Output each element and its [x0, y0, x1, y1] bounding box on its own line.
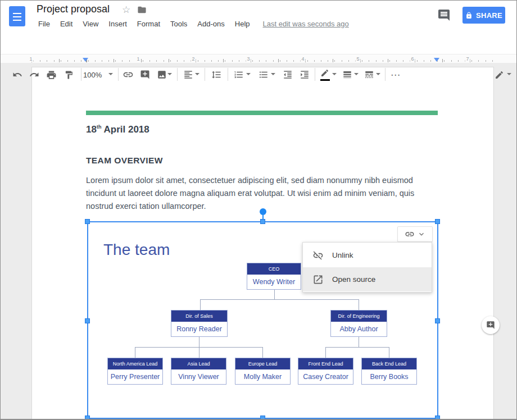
- org-role: North America Lead: [108, 358, 162, 369]
- toolbar-separator: [385, 68, 386, 81]
- unlink-icon: [312, 250, 324, 261]
- body-paragraph[interactable]: Lorem ipsum dolor sit amet, consectetuer…: [86, 174, 421, 213]
- undo-button[interactable]: [10, 67, 25, 82]
- menu-tools[interactable]: Tools: [165, 19, 192, 29]
- right-indent-marker[interactable]: [434, 58, 439, 62]
- increase-indent-button[interactable]: [297, 67, 312, 82]
- zoom-caret-icon[interactable]: [108, 73, 113, 75]
- section-heading[interactable]: TEAM OVERVIEW: [86, 156, 163, 166]
- align-button[interactable]: [181, 67, 196, 82]
- resize-handle-bottom-middle[interactable]: [260, 416, 265, 420]
- ruler-number: 4: [300, 56, 305, 62]
- menu-item-unlink[interactable]: Unlink: [303, 243, 432, 267]
- menu-view[interactable]: View: [78, 19, 103, 29]
- resize-handle-middle-right[interactable]: [435, 318, 440, 323]
- org-box-front-end-lead: Front End Lead Casey Creator: [298, 358, 353, 385]
- org-role: Front End Lead: [298, 358, 353, 369]
- resize-handle-bottom-left[interactable]: [85, 416, 90, 420]
- date-rest: April 2018: [101, 124, 149, 135]
- org-role: Back End Lead: [362, 358, 416, 369]
- connector: [389, 347, 389, 358]
- org-name: Wendy Writer: [247, 275, 301, 289]
- left-indent-marker[interactable]: [83, 58, 88, 62]
- menu-bar: File Edit View Insert Format Tools Add-o…: [33, 19, 349, 29]
- numbered-list-caret-icon[interactable]: [246, 73, 251, 75]
- org-box-asia-lead: Asia Lead Vinny Viewer: [171, 358, 226, 385]
- ruler-number: 3: [246, 56, 251, 62]
- toolbar-separator: [81, 68, 81, 81]
- redo-button[interactable]: [27, 67, 42, 82]
- connector: [325, 347, 326, 358]
- star-icon[interactable]: ☆: [122, 4, 130, 15]
- resize-handle-top-middle[interactable]: [260, 219, 265, 224]
- bulleted-list-caret-icon[interactable]: [271, 73, 275, 75]
- editing-mode-caret-icon[interactable]: [507, 73, 511, 75]
- menu-insert[interactable]: Insert: [103, 19, 132, 29]
- org-box-europe-lead: Europe Lead Molly Maker: [235, 358, 291, 385]
- border-dash-caret-icon[interactable]: [376, 73, 380, 75]
- org-name: Vinny Viewer: [171, 369, 226, 384]
- org-name: Perry Presenter: [108, 369, 162, 384]
- org-role: Dir. of Sales: [171, 311, 227, 322]
- menu-addons[interactable]: Add-ons: [192, 19, 229, 29]
- toolbar-separator: [118, 68, 119, 81]
- zoom-select[interactable]: 100%: [83, 67, 102, 82]
- comments-icon[interactable]: [437, 8, 451, 22]
- connector: [200, 299, 359, 300]
- border-weight-caret-icon[interactable]: [354, 73, 359, 75]
- border-dash-button[interactable]: [362, 67, 377, 82]
- last-edit-link[interactable]: Last edit was seconds ago: [263, 20, 349, 28]
- share-button[interactable]: SHARE: [462, 7, 505, 24]
- org-box-dir-sales: Dir. of Sales Ronny Reader: [171, 310, 228, 337]
- org-name: Molly Maker: [235, 369, 290, 384]
- image-caret-icon[interactable]: [167, 73, 172, 75]
- toolbar: 100%: [1, 32, 516, 54]
- align-caret-icon[interactable]: [195, 73, 199, 75]
- add-comment-button[interactable]: [138, 67, 152, 82]
- menu-item-open-source[interactable]: Open source: [303, 267, 432, 291]
- menu-file[interactable]: File: [33, 19, 55, 29]
- date-day: 18: [86, 124, 97, 135]
- menu-format[interactable]: Format: [132, 19, 165, 29]
- ruler-number: 2: [191, 56, 196, 62]
- connector: [262, 347, 263, 358]
- linked-drawing-widget[interactable]: [397, 226, 433, 242]
- org-box-ceo: CEO Wendy Writer: [247, 263, 301, 290]
- menu-edit[interactable]: Edit: [55, 19, 78, 29]
- print-button[interactable]: [44, 67, 58, 82]
- document-title[interactable]: Project proposal: [37, 3, 110, 15]
- editing-mode-button[interactable]: [492, 67, 506, 82]
- chevron-down-icon[interactable]: [417, 230, 426, 239]
- resize-handle-middle-left[interactable]: [85, 318, 90, 323]
- decrease-indent-button[interactable]: [280, 67, 295, 82]
- org-name: Casey Creator: [298, 369, 353, 384]
- border-color-swatch: [320, 79, 330, 81]
- add-comment-icon: [486, 321, 495, 330]
- resize-handle-top-left[interactable]: [85, 219, 90, 224]
- menu-item-label: Unlink: [332, 251, 353, 259]
- org-box-dir-engineering: Dir. of Engineering Abby Author: [330, 310, 387, 337]
- add-comment-fab[interactable]: [482, 316, 500, 334]
- more-toolbar-button[interactable]: ⋯: [388, 67, 403, 82]
- menu-help[interactable]: Help: [230, 19, 255, 29]
- folder-icon[interactable]: [137, 5, 147, 15]
- document-date[interactable]: 18th April 2018: [86, 124, 149, 135]
- open-in-new-icon: [312, 274, 324, 285]
- resize-handle-top-right[interactable]: [435, 219, 440, 224]
- connector: [199, 337, 199, 347]
- border-weight-button[interactable]: [340, 67, 355, 82]
- border-color-caret-icon[interactable]: [332, 73, 337, 75]
- rotate-handle[interactable]: [260, 208, 266, 215]
- org-role: Europe Lead: [235, 358, 290, 369]
- link-icon: [405, 229, 415, 239]
- resize-handle-bottom-right[interactable]: [435, 416, 440, 420]
- border-color-button[interactable]: [318, 66, 332, 80]
- line-spacing-button[interactable]: [209, 67, 224, 82]
- google-docs-logo-icon[interactable]: [9, 6, 25, 26]
- more-dots-icon: ⋯: [391, 69, 401, 80]
- paint-format-button[interactable]: [61, 67, 76, 82]
- insert-link-button[interactable]: [121, 67, 135, 82]
- numbered-list-button[interactable]: [232, 67, 246, 82]
- bulleted-list-button[interactable]: [256, 67, 271, 82]
- ruler-number: 7: [465, 56, 470, 62]
